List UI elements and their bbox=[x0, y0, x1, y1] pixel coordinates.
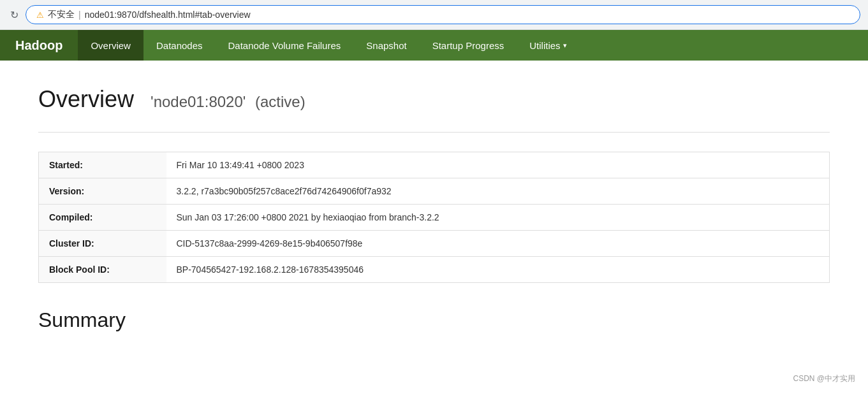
summary-heading: Summary bbox=[38, 308, 830, 332]
row-label: Started: bbox=[39, 152, 166, 178]
row-label: Block Pool ID: bbox=[39, 257, 166, 283]
address-bar[interactable]: ⚠ 不安全 | node01:9870/dfshealth.html#tab-o… bbox=[26, 5, 860, 24]
table-row: Started:Fri Mar 10 13:49:41 +0800 2023 bbox=[39, 152, 830, 178]
nav-item-datanodes[interactable]: Datanodes bbox=[143, 30, 216, 61]
row-value: Sun Jan 03 17:26:00 +0800 2021 by hexiao… bbox=[166, 205, 830, 231]
row-value: CID-5137c8aa-2999-4269-8e15-9b406507f98e bbox=[166, 231, 830, 257]
navbar-items: Overview Datanodes Datanode Volume Failu… bbox=[78, 30, 579, 61]
info-table: Started:Fri Mar 10 13:49:41 +0800 2023Ve… bbox=[38, 152, 830, 283]
table-row: Compiled:Sun Jan 03 17:26:00 +0800 2021 … bbox=[39, 205, 830, 231]
utilities-dropdown: Utilities ▾ bbox=[529, 40, 566, 51]
url-text: node01:9870/dfshealth.html#tab-overview bbox=[85, 10, 251, 20]
warning-icon: ⚠ bbox=[36, 10, 44, 20]
table-row: Cluster ID:CID-5137c8aa-2999-4269-8e15-9… bbox=[39, 231, 830, 257]
row-value: Fri Mar 10 13:49:41 +0800 2023 bbox=[166, 152, 830, 178]
nav-item-utilities[interactable]: Utilities ▾ bbox=[517, 30, 579, 61]
warning-text: 不安全 bbox=[48, 9, 75, 20]
divider bbox=[38, 132, 830, 133]
browser-chrome: ↻ ⚠ 不安全 | node01:9870/dfshealth.html#tab… bbox=[0, 0, 868, 30]
row-value: BP-704565427-192.168.2.128-1678354395046 bbox=[166, 257, 830, 283]
nav-item-startup-progress[interactable]: Startup Progress bbox=[420, 30, 517, 61]
dropdown-arrow-icon: ▾ bbox=[563, 41, 567, 50]
overview-title: Overview bbox=[38, 86, 134, 112]
table-row: Version:3.2.2, r7a3bc90b05f257c8ace2f76d… bbox=[39, 178, 830, 205]
row-label: Compiled: bbox=[39, 205, 166, 231]
overview-node: 'node01:8020' (active) bbox=[151, 93, 305, 110]
status-text: (active) bbox=[255, 93, 305, 110]
row-label: Version: bbox=[39, 178, 166, 205]
row-value: 3.2.2, r7a3bc90b05f257c8ace2f76d74264906… bbox=[166, 178, 830, 205]
main-content: Overview 'node01:8020' (active) Started:… bbox=[0, 61, 868, 370]
page-heading: Overview 'node01:8020' (active) bbox=[38, 86, 830, 113]
table-row: Block Pool ID:BP-704565427-192.168.2.128… bbox=[39, 257, 830, 283]
node-text: 'node01:8020' bbox=[151, 93, 246, 110]
navbar: Hadoop Overview Datanodes Datanode Volum… bbox=[0, 30, 868, 61]
utilities-label: Utilities bbox=[529, 40, 560, 51]
nav-item-datanode-volume-failures[interactable]: Datanode Volume Failures bbox=[216, 30, 354, 61]
nav-item-snapshot[interactable]: Snapshot bbox=[353, 30, 419, 61]
separator: | bbox=[78, 10, 81, 20]
navbar-brand[interactable]: Hadoop bbox=[0, 30, 78, 61]
row-label: Cluster ID: bbox=[39, 231, 166, 257]
nav-item-overview[interactable]: Overview bbox=[78, 30, 143, 61]
refresh-icon[interactable]: ↻ bbox=[8, 9, 20, 21]
